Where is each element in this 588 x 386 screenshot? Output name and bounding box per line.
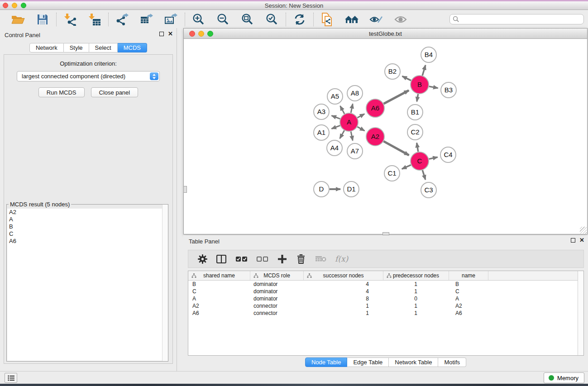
graph-edge-A-A2[interactable]	[357, 127, 364, 131]
mcds-result-item[interactable]: A	[7, 216, 167, 223]
graph-edge-A-A4[interactable]	[340, 130, 344, 138]
zoom-selected-icon[interactable]	[264, 12, 280, 27]
panel-list-button[interactable]	[5, 373, 17, 383]
minimize-window-button[interactable]	[12, 3, 17, 8]
close-panel-icon[interactable]: ✕	[168, 32, 173, 36]
control-panel-tab[interactable]: MCDS	[118, 43, 147, 52]
criterion-select[interactable]: largest connected component (directed)	[17, 71, 160, 81]
graph-edge-A-A1[interactable]	[332, 125, 340, 129]
import-table-icon[interactable]	[87, 12, 102, 27]
control-panel-tab[interactable]: Style	[64, 43, 89, 52]
select-all-checkboxes-icon[interactable]	[234, 253, 248, 265]
cell-successor-nodes[interactable]: 1	[304, 303, 383, 309]
export-image-icon[interactable]	[163, 12, 179, 27]
cell-shared-name[interactable]: A	[188, 295, 250, 302]
cell-mcds-role[interactable]: dominator	[250, 288, 304, 295]
cell-mcds-role[interactable]: connector	[250, 303, 304, 309]
table-tab[interactable]: Network Table	[389, 357, 438, 367]
export-table-icon[interactable]	[139, 12, 154, 27]
network-window-titlebar[interactable]: testGlobe.txt	[184, 29, 587, 39]
graph-edge-A-A6[interactable]	[358, 114, 365, 118]
show-eye-icon[interactable]	[393, 12, 408, 27]
deselect-all-checkboxes-icon[interactable]	[255, 253, 269, 265]
table-column-header[interactable]: shared name	[188, 271, 250, 280]
cell-successor-nodes[interactable]: 4	[304, 281, 383, 287]
graph-edge-C-C2[interactable]	[417, 143, 418, 152]
refresh-layout-icon[interactable]	[292, 12, 307, 27]
result-list-scrollbar[interactable]	[162, 205, 168, 361]
cell-predecessor-nodes[interactable]: 1	[383, 288, 449, 295]
mcds-result-item[interactable]: A6	[7, 238, 167, 245]
graph-edge-C-C4[interactable]	[429, 157, 438, 159]
cell-name[interactable]: A2	[449, 303, 488, 309]
cell-name[interactable]: B	[449, 281, 488, 287]
table-column-header[interactable]: name	[449, 271, 488, 280]
cell-successor-nodes[interactable]: 4	[304, 288, 383, 295]
float-panel-icon[interactable]	[571, 238, 575, 243]
function-builder-icon[interactable]: f(x)	[335, 254, 348, 263]
cell-name[interactable]: A6	[449, 310, 488, 316]
horizontal-splitter-handle[interactable]	[382, 232, 389, 235]
cell-mcds-role[interactable]: dominator	[250, 281, 304, 287]
close-window-button[interactable]	[3, 3, 8, 8]
cell-name[interactable]: C	[449, 288, 488, 295]
export-network-icon[interactable]	[115, 12, 130, 27]
run-mcds-button[interactable]: Run MCDS	[38, 87, 85, 97]
table-column-header[interactable]: MCDS role	[250, 271, 304, 280]
duplicate-network-icon[interactable]	[320, 12, 335, 27]
add-column-icon[interactable]	[276, 253, 288, 265]
graph-edge-C-C3[interactable]	[422, 170, 425, 180]
zoom-window-button[interactable]	[21, 3, 26, 8]
cell-predecessor-nodes[interactable]: 1	[383, 281, 449, 287]
table-tab[interactable]: Edge Table	[347, 357, 389, 367]
zoom-out-icon[interactable]	[215, 12, 231, 27]
delete-table-icon[interactable]	[314, 253, 328, 265]
close-panel-icon[interactable]: ✕	[579, 238, 584, 243]
delete-column-icon[interactable]	[295, 253, 307, 265]
cell-shared-name[interactable]: A6	[188, 310, 250, 316]
table-row[interactable]: A6 connector 1 1 A6	[188, 310, 583, 317]
cell-shared-name[interactable]: C	[188, 288, 250, 295]
graph-edge-A-A7[interactable]	[351, 132, 353, 141]
home-networks-icon[interactable]	[344, 12, 359, 27]
cell-successor-nodes[interactable]: 1	[304, 310, 383, 316]
mcds-result-item[interactable]: A2	[7, 209, 167, 216]
table-column-header[interactable]: predecessor nodes	[383, 271, 449, 280]
zoom-network-button[interactable]	[207, 31, 213, 37]
float-panel-icon[interactable]	[159, 32, 164, 36]
close-panel-button[interactable]: Close panel	[91, 87, 139, 97]
zoom-in-icon[interactable]	[191, 12, 206, 27]
cell-predecessor-nodes[interactable]: 1	[383, 303, 449, 309]
graph-edge-B-B2[interactable]	[402, 76, 411, 81]
cell-name[interactable]: A	[449, 295, 488, 302]
graph-edge-C-C1[interactable]	[402, 165, 411, 169]
table-tab[interactable]: Node Table	[305, 357, 348, 367]
graph-edge-A-A8[interactable]	[351, 104, 353, 113]
mcds-result-item[interactable]: B	[7, 223, 167, 230]
network-canvas[interactable]: B4B2BB3A8A5A6A3B1AC2A1A2A4A7C4CC1DD1C3	[184, 39, 587, 234]
memory-button[interactable]: Memory	[544, 372, 584, 383]
splitter-handle[interactable]	[183, 186, 187, 193]
table-row[interactable]: A2 connector 1 1 A2	[188, 302, 583, 310]
graph-edge-A-A5[interactable]	[340, 106, 345, 114]
table-column-header[interactable]: successor nodes	[304, 271, 383, 280]
control-panel-tab[interactable]: Network	[29, 43, 64, 52]
table-row[interactable]: A dominator 8 0 A	[188, 295, 583, 302]
cell-shared-name[interactable]: B	[188, 281, 250, 287]
search-input[interactable]	[459, 16, 583, 23]
graph-edge-B-B4[interactable]	[422, 65, 425, 76]
minimize-network-button[interactable]	[198, 31, 204, 37]
cell-predecessor-nodes[interactable]: 0	[383, 295, 449, 302]
control-panel-tab[interactable]: Select	[89, 43, 118, 52]
graph-edge-B-B1[interactable]	[417, 94, 418, 102]
table-tab[interactable]: Motifs	[438, 357, 466, 367]
toggle-columns-icon[interactable]	[215, 253, 227, 265]
save-icon[interactable]	[35, 12, 50, 27]
cell-predecessor-nodes[interactable]: 1	[383, 310, 449, 316]
cell-mcds-role[interactable]: dominator	[250, 295, 304, 302]
zoom-fit-icon[interactable]	[240, 12, 255, 27]
graph-edge-A-A3[interactable]	[332, 116, 340, 119]
cell-mcds-role[interactable]: connector	[250, 310, 304, 316]
hide-details-eye-icon[interactable]	[368, 12, 384, 27]
table-scrollbar[interactable]	[578, 271, 583, 355]
